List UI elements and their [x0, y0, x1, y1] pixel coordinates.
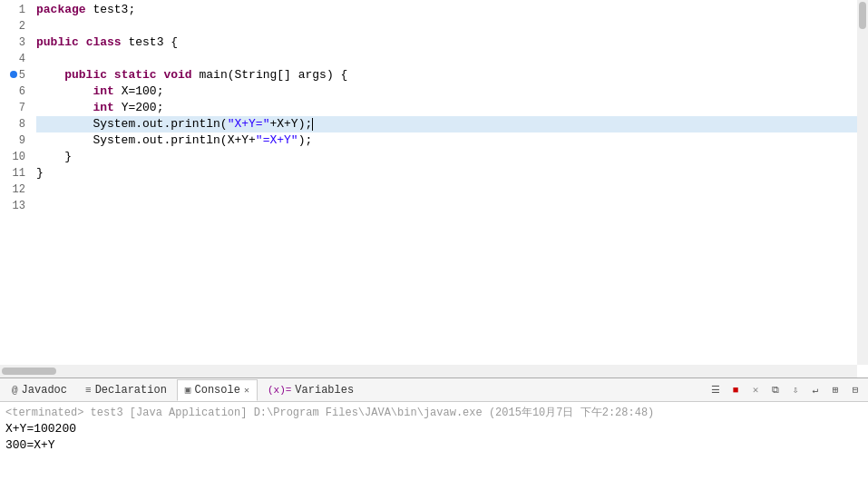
tab-icon-console: ▣ [185, 384, 191, 396]
line-number-8: 8 [0, 116, 25, 132]
code-line-7: int Y=200; [36, 100, 868, 116]
console-output-line-1: 300=X+Y [5, 437, 863, 454]
line-number-6: 6 [0, 83, 25, 100]
tab-javadoc[interactable]: @Javadoc [4, 379, 75, 401]
copy-output-button[interactable]: ⧉ [766, 381, 785, 399]
code-line-8: System.out.println("X+Y="+X+Y); [36, 116, 868, 132]
line-number-5: 5 [0, 67, 25, 83]
horizontal-scrollbar[interactable] [0, 365, 857, 377]
tab-variables[interactable]: (x)=Variables [259, 379, 362, 401]
tab-icon-declaration: ≡ [85, 385, 92, 396]
line-number-3: 3 [0, 34, 25, 51]
code-line-9: System.out.println(X+Y+"=X+Y"); [36, 132, 868, 149]
breakpoint-indicator [10, 71, 17, 78]
line-number-4: 4 [0, 51, 25, 67]
code-line-12 [36, 181, 868, 198]
line-number-13: 13 [0, 198, 25, 214]
line-number-12: 12 [0, 181, 25, 198]
code-line-10: } [36, 149, 868, 165]
scroll-lock-button[interactable]: ⇩ [786, 381, 805, 399]
code-content[interactable]: package test3; public class test3 { publ… [33, 0, 868, 377]
word-wrap-button[interactable]: ↵ [806, 381, 824, 399]
code-line-1: package test3; [36, 2, 868, 18]
line-numbers: 12345678910111213 [0, 0, 33, 377]
tab-bar: @Javadoc≡Declaration▣Console✕(x)=Variabl… [0, 378, 868, 402]
tab-icon-variables: (x)= [268, 385, 291, 396]
console-output-line-0: X+Y=100200 [5, 421, 863, 437]
vertical-scrollbar-thumb[interactable] [859, 2, 866, 29]
console-output[interactable]: <terminated> test3 [Java Application] D:… [0, 402, 868, 500]
line-number-7: 7 [0, 100, 25, 116]
code-line-4 [36, 51, 868, 67]
code-line-2 [36, 18, 868, 34]
console-actions: ☰■✕⧉⇩↵⊞⊟ [707, 381, 864, 399]
line-number-2: 2 [0, 18, 25, 34]
line-number-9: 9 [0, 132, 25, 149]
code-line-3: public class test3 { [36, 34, 868, 51]
remove-launch-button[interactable]: ✕ [746, 381, 765, 399]
text-cursor [312, 118, 313, 131]
tab-declaration[interactable]: ≡Declaration [77, 379, 175, 401]
console-terminated-line: <terminated> test3 [Java Application] D:… [5, 405, 863, 421]
tab-label-javadoc: Javadoc [22, 384, 67, 397]
line-number-10: 10 [0, 149, 25, 165]
new-console-button[interactable]: ⊟ [846, 381, 864, 399]
pin-console-button[interactable]: ⊞ [826, 381, 844, 399]
tab-label-declaration: Declaration [95, 384, 167, 397]
code-editor: 12345678910111213 package test3; public … [0, 0, 868, 377]
tab-close-console[interactable]: ✕ [244, 385, 249, 396]
horizontal-scrollbar-thumb[interactable] [2, 368, 56, 375]
bottom-panel: @Javadoc≡Declaration▣Console✕(x)=Variabl… [0, 377, 868, 500]
code-line-13 [36, 198, 868, 214]
code-line-5: public static void main(String[] args) { [36, 67, 868, 83]
line-number-11: 11 [0, 165, 25, 181]
code-line-11: } [36, 165, 868, 181]
code-line-6: int X=100; [36, 83, 868, 100]
tab-icon-javadoc: @ [12, 385, 18, 396]
terminate-button[interactable]: ■ [727, 381, 745, 399]
tab-label-variables: Variables [295, 384, 354, 397]
tab-label-console: Console [194, 384, 239, 397]
vertical-scrollbar[interactable] [857, 0, 868, 365]
code-container: 12345678910111213 package test3; public … [0, 0, 868, 377]
tab-console[interactable]: ▣Console✕ [177, 379, 258, 401]
clear-console-button[interactable]: ☰ [707, 381, 725, 399]
line-number-1: 1 [0, 2, 25, 18]
